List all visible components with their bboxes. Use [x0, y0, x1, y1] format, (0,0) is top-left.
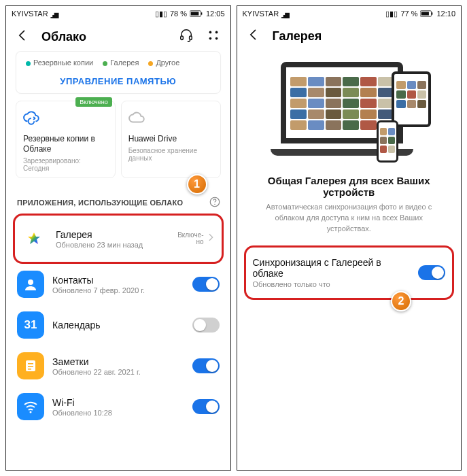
notes-toggle[interactable] [192, 358, 220, 373]
wifi-title: Wi-Fi [52, 397, 184, 408]
svg-point-16 [30, 411, 32, 413]
vibrate-icon: ▯▮▯ [385, 10, 398, 18]
sync-toggle[interactable] [418, 265, 445, 280]
svg-rect-1 [201, 12, 203, 14]
battery-pct: 77 % [400, 10, 417, 18]
svg-rect-18 [432, 12, 433, 14]
calendar-toggle[interactable] [192, 318, 220, 333]
svg-rect-13 [28, 363, 33, 364]
app-row-wifi[interactable]: Wi-Fi Обновлено 10:28 [13, 386, 224, 427]
app-row-contacts[interactable]: Контакты Обновлено 7 февр. 2020 г. [13, 264, 224, 305]
svg-point-8 [215, 37, 218, 40]
title-bar: Галерея [237, 21, 462, 50]
tile-backup[interactable]: Включено Резервные копии в Облаке Зарезе… [16, 101, 116, 178]
badge-enabled: Включено [75, 97, 112, 107]
notes-title: Заметки [52, 356, 184, 367]
tile-drive-sub: Безопасное хранение данных [128, 147, 213, 162]
sync-sub: Обновлено только что [253, 280, 412, 288]
hero-title: Общая Галерея для всех Ваших устройств [237, 171, 462, 202]
svg-point-11 [28, 279, 33, 285]
hero-illustration [237, 50, 462, 171]
app-row-notes[interactable]: Заметки Обновлено 22 авг. 2021 г. [13, 345, 224, 386]
svg-rect-14 [28, 366, 33, 367]
app-row-calendar[interactable]: 31 Календарь [13, 305, 224, 345]
callout-marker-1: 1 [187, 174, 207, 194]
wifi-app-icon [17, 393, 44, 420]
wifi-sub: Обновлено 10:28 [52, 409, 184, 417]
apps-section-header: ПРИЛОЖЕНИЯ, ИСПОЛЬЗУЮЩИЕ ОБЛАКО 1 [13, 186, 224, 214]
sync-row[interactable]: Синхронизация с Галереей в облаке Обновл… [247, 250, 451, 295]
battery-icon [190, 10, 203, 17]
hero-subtitle: Автоматическая синхронизация фото и виде… [237, 202, 462, 245]
svg-rect-4 [189, 36, 192, 39]
svg-rect-19 [421, 12, 429, 16]
vibrate-icon: ▯▮▯ [155, 10, 167, 18]
phone-gallery: KYIVSTAR ▁▃▅ ▯▮▯ 77 % 12:10 Галерея Обща… [237, 5, 462, 471]
svg-point-5 [209, 31, 211, 34]
page-title: Галерея [273, 29, 322, 44]
legend-gallery: Галерея [110, 58, 139, 67]
apps-section-label: ПРИЛОЖЕНИЯ, ИСПОЛЬЗУЮЩИЕ ОБЛАКО [17, 199, 183, 207]
wifi-toggle[interactable] [192, 399, 220, 414]
tile-drive-title: Huawei Drive [128, 134, 213, 144]
calendar-title: Календарь [52, 320, 184, 330]
drive-icon [128, 109, 213, 130]
storage-card[interactable]: Резервные копии Галерея Другое УПРАВЛЕНИ… [16, 51, 221, 94]
backup-icon [23, 109, 108, 130]
gallery-content: Общая Галерея для всех Ваших устройств А… [237, 50, 462, 470]
callout-marker-2: 2 [391, 291, 411, 311]
contacts-toggle[interactable] [192, 277, 220, 292]
calendar-app-icon: 31 [17, 311, 44, 339]
svg-point-10 [214, 204, 215, 205]
legend-other: Другое [156, 58, 179, 67]
carrier: KYIVSTAR [243, 10, 279, 18]
carrier: KYIVSTAR [12, 10, 48, 18]
storage-legend: Резервные копии Галерея Другое [23, 57, 213, 72]
contacts-sub: Обновлено 7 февр. 2020 г. [52, 286, 184, 294]
gallery-sub: Обновлено 23 мин назад [56, 241, 169, 249]
tile-backup-title: Резервные копии в Облаке [23, 134, 108, 154]
page-title: Облако [41, 30, 86, 44]
battery-pct: 78 % [170, 10, 187, 18]
phone-cloud: KYIVSTAR ▁▃▅ ▯▮▯ 78 % 12:05 Облако Резер… [5, 5, 231, 471]
legend-backup: Резервные копии [33, 58, 93, 67]
calendar-day: 31 [24, 318, 37, 332]
gallery-app-icon [20, 225, 48, 252]
gallery-state: Включе- но [177, 232, 203, 246]
highlight-sync-row: Синхронизация с Галереей в облаке Обновл… [244, 245, 455, 300]
support-icon[interactable] [179, 28, 194, 46]
manage-storage-button[interactable]: УПРАВЛЕНИЕ ПАМЯТЬЮ [23, 72, 213, 88]
back-button[interactable] [247, 28, 260, 44]
status-bar: KYIVSTAR ▁▃▅ ▯▮▯ 78 % 12:05 [6, 6, 230, 21]
highlight-gallery-row: Галерея Обновлено 23 мин назад Включе- н… [13, 214, 224, 264]
signal-icon: ▁▃▅ [281, 10, 287, 18]
notes-app-icon [17, 352, 44, 379]
app-row-gallery[interactable]: Галерея Обновлено 23 мин назад Включе- н… [16, 218, 220, 259]
clock: 12:10 [436, 10, 455, 18]
clock: 12:05 [206, 10, 225, 18]
battery-icon [420, 10, 434, 17]
title-bar: Облако [6, 21, 230, 51]
signal-icon: ▁▃▅ [51, 10, 56, 18]
gallery-title: Галерея [56, 229, 169, 240]
contacts-app-icon [17, 271, 44, 298]
status-bar: KYIVSTAR ▁▃▅ ▯▮▯ 77 % 12:10 [237, 6, 462, 21]
svg-point-6 [215, 31, 218, 34]
svg-rect-15 [28, 369, 31, 370]
cloud-content: Резервные копии Галерея Другое УПРАВЛЕНИ… [6, 51, 230, 470]
svg-point-7 [209, 37, 211, 40]
help-icon[interactable] [209, 196, 221, 209]
tile-drive[interactable]: Huawei Drive Безопасное хранение данных [121, 101, 221, 178]
svg-rect-3 [180, 36, 183, 39]
svg-rect-2 [191, 12, 199, 16]
more-icon[interactable] [206, 28, 221, 46]
back-button[interactable] [16, 29, 29, 45]
chevron-right-icon [205, 232, 216, 245]
sync-title: Синхронизация с Галереей в облаке [253, 257, 412, 279]
tile-backup-sub: Зарезервировано: Сегодня [23, 157, 108, 172]
notes-sub: Обновлено 22 авг. 2021 г. [52, 368, 184, 376]
contacts-title: Контакты [52, 275, 184, 286]
